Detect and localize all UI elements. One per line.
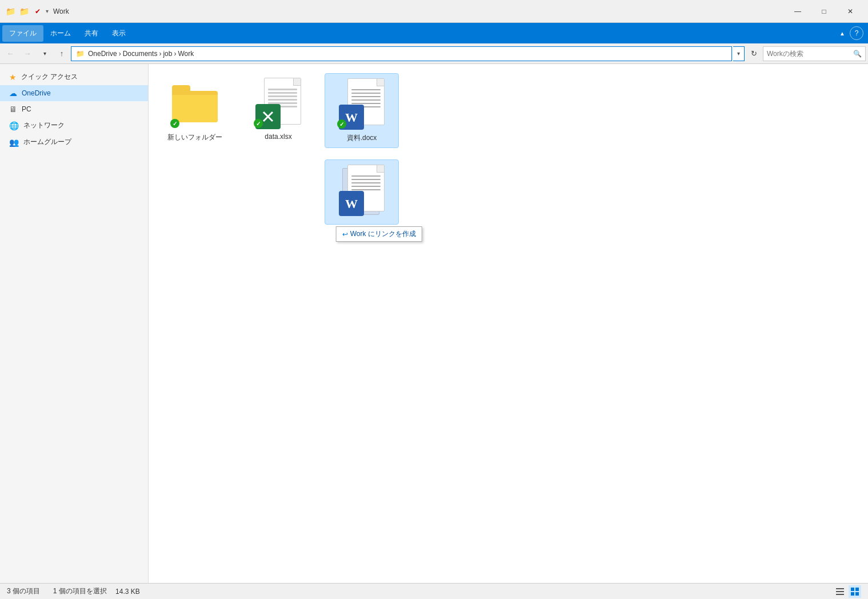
sidebar-item-network[interactable]: 🌐 ネットワーク: [0, 117, 148, 134]
checkmark-icon-title: ✔: [32, 6, 43, 17]
path-segment-documents[interactable]: Documents: [123, 50, 158, 58]
path-folder-icon: 📁: [76, 50, 85, 58]
menu-item-share[interactable]: 共有: [78, 25, 105, 42]
maximize-button[interactable]: □: [811, 0, 837, 23]
path-segment-onedrive[interactable]: OneDrive: [88, 50, 117, 58]
folder-icon-title2: 📁: [18, 6, 30, 17]
sidebar-label-homegroup: ホームグループ: [23, 137, 71, 147]
title-dropdown-arrow[interactable]: ▾: [46, 8, 49, 14]
sidebar-label-quick-access: クイック アクセス: [21, 72, 78, 82]
empty-slot2: [241, 159, 325, 225]
word1-doc-line: [351, 99, 381, 101]
path-segment-work[interactable]: Work: [178, 50, 194, 58]
homegroup-icon: 👥: [9, 138, 19, 147]
empty-slot: [158, 159, 241, 225]
word1-doc-line: [351, 93, 381, 94]
word1-label: 資料.docx: [347, 133, 377, 143]
status-separator2: [110, 588, 112, 596]
excel-icon-wrapper: ✓: [253, 78, 304, 129]
title-bar-icons: 📁 📁 ✔ ▾: [5, 6, 49, 17]
window-title: Work: [53, 7, 785, 15]
address-path[interactable]: 📁 OneDrive › Documents › job › Work: [71, 46, 732, 61]
svg-text:W: W: [345, 110, 358, 125]
ribbon-collapse-button[interactable]: ▲: [835, 28, 850, 39]
minimize-button[interactable]: ―: [785, 0, 811, 23]
refresh-button[interactable]: ↻: [746, 46, 762, 62]
menu-bar: ファイル ホーム 共有 表示 ▲ ?: [0, 23, 868, 43]
excel-label: data.xlsx: [265, 133, 291, 141]
file-item-word1[interactable]: W ✓ 資料.docx: [325, 73, 399, 148]
sidebar: ★ クイック アクセス ☁ OneDrive 🖥 PC 🌐 ネットワーク 👥 ホ…: [0, 64, 149, 583]
file-item-folder[interactable]: ✓ 新しいフォルダー: [158, 73, 232, 148]
word1-doc-line: [351, 89, 381, 90]
status-right: [834, 585, 861, 598]
menu-item-view[interactable]: 表示: [105, 25, 133, 42]
address-dropdown-button[interactable]: ▾: [733, 46, 745, 61]
sync-badge-word1: ✓: [337, 119, 346, 129]
sync-badge-excel: ✓: [254, 119, 263, 128]
folder-icon: [172, 85, 218, 122]
status-bar: 3 個の項目 1 個の項目を選択 14.3 KB: [0, 583, 868, 599]
excel-line: [268, 92, 297, 94]
svg-rect-13: [855, 592, 859, 596]
folder-icon-wrapper: ✓: [169, 78, 221, 129]
file-item-word2-dragging[interactable]: W ↩ Work にリンクを作成: [325, 159, 399, 225]
folder-icon-title: 📁: [5, 6, 16, 17]
title-bar: 📁 📁 ✔ ▾ Work ― □ ✕: [0, 0, 868, 23]
word1-doc-line: [351, 103, 381, 104]
word2-doc-lines: [351, 175, 381, 193]
word1-doc-line: [351, 96, 381, 97]
sidebar-item-pc[interactable]: 🖥 PC: [0, 101, 148, 117]
up-button[interactable]: ↑: [54, 46, 70, 62]
main-content: ★ クイック アクセス ☁ OneDrive 🖥 PC 🌐 ネットワーク 👥 ホ…: [0, 64, 868, 583]
svg-rect-8: [836, 591, 844, 592]
word2-icon-wrapper: W: [336, 165, 387, 216]
svg-rect-10: [851, 588, 854, 591]
view-list-button[interactable]: [834, 585, 846, 598]
excel-line: [268, 95, 297, 97]
sidebar-item-quick-access[interactable]: ★ クイック アクセス: [0, 69, 148, 85]
search-input[interactable]: [767, 50, 853, 58]
sidebar-item-onedrive[interactable]: ☁ OneDrive: [0, 85, 148, 101]
quick-access-icon: ★: [9, 73, 17, 82]
search-box[interactable]: 🔍: [763, 46, 866, 61]
excel-line: [268, 89, 297, 90]
svg-rect-11: [855, 588, 859, 591]
forward-button[interactable]: →: [19, 46, 35, 62]
word2-icon-inner: W: [339, 165, 385, 216]
menu-right: ▲ ?: [835, 26, 866, 40]
status-selected: 1 個の項目を選択: [53, 586, 107, 596]
view-tile-button[interactable]: [849, 585, 861, 598]
sidebar-item-homegroup[interactable]: 👥 ホームグループ: [0, 134, 148, 150]
back-button[interactable]: ←: [2, 46, 18, 62]
file-area[interactable]: ✓ 新しいフォルダー: [149, 64, 868, 583]
word2-badge: W: [339, 191, 364, 216]
tooltip-link-icon: ↩: [342, 230, 348, 238]
tooltip-text: Work にリンクを作成: [350, 229, 416, 239]
menu-item-home[interactable]: ホーム: [43, 25, 78, 42]
row2: W ↩ Work にリンクを作成: [158, 159, 859, 225]
svg-rect-7: [836, 588, 844, 589]
close-button[interactable]: ✕: [837, 0, 863, 23]
sync-badge-folder: ✓: [170, 119, 179, 128]
help-button[interactable]: ?: [850, 26, 863, 40]
onedrive-icon: ☁: [9, 89, 17, 98]
svg-text:W: W: [345, 197, 358, 211]
status-item-count: 3 個の項目: [7, 586, 40, 596]
path-segment-job[interactable]: job: [163, 50, 172, 58]
folder-front: [172, 95, 218, 122]
excel-line: [268, 99, 297, 101]
pc-icon: 🖥: [9, 105, 17, 114]
file-item-excel[interactable]: ✓ data.xlsx: [241, 73, 315, 148]
word2-icon-container: W: [339, 165, 385, 216]
search-icon[interactable]: 🔍: [853, 50, 862, 58]
address-bar: ← → ▾ ↑ 📁 OneDrive › Documents › job › W…: [0, 43, 868, 64]
sidebar-label-pc: PC: [22, 105, 31, 113]
file-grid: ✓ 新しいフォルダー: [158, 73, 859, 225]
tooltip: ↩ Work にリンクを作成: [336, 226, 422, 242]
folder-label: 新しいフォルダー: [167, 133, 222, 142]
recent-locations-button[interactable]: ▾: [37, 46, 53, 62]
sidebar-label-network: ネットワーク: [23, 121, 65, 130]
word1-icon-wrapper: W ✓: [336, 78, 387, 130]
menu-item-file[interactable]: ファイル: [2, 25, 43, 42]
